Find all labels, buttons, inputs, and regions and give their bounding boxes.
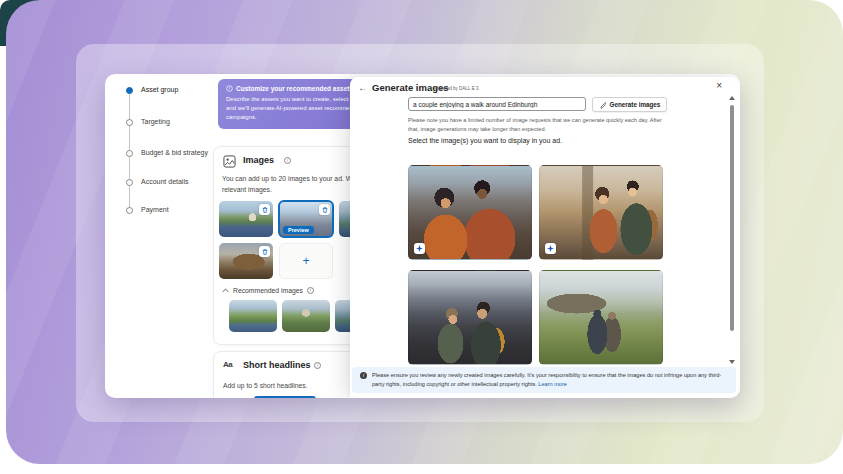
powered-by-label: Powered by DALL·E 3 bbox=[434, 86, 479, 91]
recommended-info-icon[interactable]: i bbox=[307, 287, 314, 294]
recommended-thumbnail-green-loch[interactable] bbox=[229, 300, 277, 332]
ai-generated-badge bbox=[545, 243, 556, 254]
generated-image-couple-overlooking-city-spires[interactable] bbox=[408, 270, 532, 365]
generated-image-couple-overlook-castle-meadow[interactable] bbox=[539, 270, 663, 365]
delete-image-icon[interactable] bbox=[319, 204, 330, 215]
back-icon[interactable]: ← bbox=[358, 82, 368, 93]
tooltip-title: Customize your recommended assets bbox=[236, 85, 353, 92]
close-icon[interactable]: × bbox=[716, 80, 722, 91]
step-dot-asset-group[interactable] bbox=[126, 87, 133, 94]
short-headlines-title: Short headlines bbox=[243, 360, 311, 370]
learn-more-link[interactable]: Learn more bbox=[538, 381, 567, 387]
image-thumbnail-city-skyline[interactable]: Preview bbox=[279, 201, 333, 237]
image-thumbnail-castle-rock[interactable] bbox=[219, 243, 273, 279]
step-dot-targeting[interactable] bbox=[126, 119, 133, 126]
app-window: Asset group Targeting Budget & bid strat… bbox=[105, 74, 740, 398]
review-info-bar: i Please ensure you review any newly cre… bbox=[352, 367, 736, 393]
generated-images-grid bbox=[408, 165, 663, 365]
step-dot-payment[interactable] bbox=[126, 207, 133, 214]
primary-button-partial[interactable] bbox=[254, 396, 316, 398]
scroll-down-arrow[interactable] bbox=[729, 360, 735, 364]
prompt-input[interactable] bbox=[408, 97, 586, 111]
chevron-up-icon bbox=[222, 288, 229, 293]
images-info-icon[interactable]: i bbox=[284, 157, 291, 164]
plus-icon: + bbox=[302, 254, 309, 268]
select-images-label: Select the image(s) you want to display … bbox=[408, 137, 562, 144]
scrollbar-thumb[interactable] bbox=[730, 105, 734, 331]
sidebar-item-budget[interactable]: Budget & bid strategy bbox=[141, 149, 208, 156]
image-icon bbox=[223, 155, 236, 168]
delete-image-icon[interactable] bbox=[259, 204, 270, 215]
add-image-button[interactable]: + bbox=[279, 243, 333, 279]
image-thumbnail-loch-castle[interactable] bbox=[219, 201, 273, 237]
sidebar-item-asset-group[interactable]: Asset group bbox=[141, 86, 178, 93]
recommended-thumbnail-valley-castle[interactable] bbox=[282, 300, 330, 332]
text-icon: Aa bbox=[223, 360, 232, 369]
step-dot-account-details[interactable] bbox=[126, 179, 133, 186]
recommended-images-label: Recommended images bbox=[233, 287, 303, 294]
short-headlines-info-icon[interactable]: i bbox=[314, 362, 321, 369]
info-icon: i bbox=[360, 372, 367, 379]
delete-image-icon[interactable] bbox=[259, 246, 270, 257]
ai-generated-badge bbox=[414, 243, 425, 254]
lightbulb-icon bbox=[226, 85, 233, 92]
step-dot-budget[interactable] bbox=[126, 150, 133, 157]
scroll-up-arrow[interactable] bbox=[729, 96, 735, 100]
generated-image-couple-backpacks-old-town[interactable] bbox=[539, 165, 663, 260]
ai-pen-icon bbox=[599, 101, 607, 109]
generated-image-couple-smiling-edinburgh-street[interactable] bbox=[408, 165, 532, 260]
sidebar-item-account-details[interactable]: Account details bbox=[141, 178, 188, 185]
recommended-images-toggle[interactable]: Recommended images i bbox=[222, 287, 314, 294]
generate-images-button-label: Generate images bbox=[610, 101, 661, 108]
sidebar-item-targeting[interactable]: Targeting bbox=[141, 118, 170, 125]
generate-images-button[interactable]: Generate images bbox=[592, 97, 667, 112]
preview-badge[interactable]: Preview bbox=[283, 226, 314, 234]
page-background: Asset group Targeting Budget & bid strat… bbox=[0, 0, 843, 474]
generate-images-panel: ← Generate images Powered by DALL·E 3 × … bbox=[350, 77, 740, 398]
rate-limit-note: Please note you have a limited number of… bbox=[408, 116, 674, 134]
images-card-title: Images bbox=[243, 155, 274, 165]
sidebar-item-payment[interactable]: Payment bbox=[141, 206, 169, 213]
